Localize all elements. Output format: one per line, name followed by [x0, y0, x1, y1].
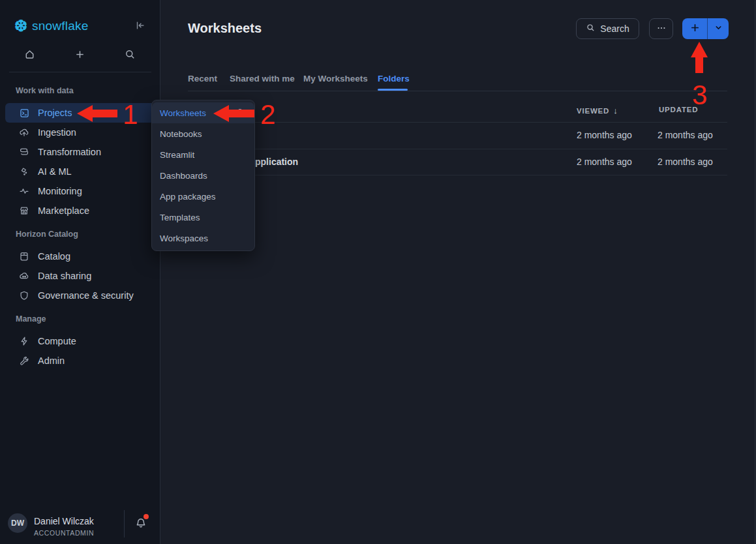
row-divider	[188, 149, 727, 149]
create-new-button[interactable]	[72, 48, 87, 63]
data-sharing-icon	[18, 270, 30, 282]
marketplace-icon	[18, 205, 30, 217]
sidebar-item-marketplace[interactable]: Marketplace	[5, 201, 155, 220]
user-role: ACCOUNTADMIN	[34, 529, 94, 537]
collapse-sidebar-icon	[134, 20, 146, 34]
snowflake-logo-text: snowflake	[32, 19, 88, 33]
sidebar-item-compute[interactable]: Compute	[5, 331, 155, 351]
menu-item-workspaces[interactable]: Workspaces	[152, 228, 254, 249]
tab-shared-with-me[interactable]: Shared with me	[230, 74, 295, 83]
notifications-button[interactable]	[134, 517, 149, 531]
search-icon	[586, 23, 596, 35]
page-title: Worksheets	[188, 21, 262, 36]
updated-cell: 2 months ago	[658, 130, 713, 140]
sidebar-item-label: Marketplace	[38, 205, 89, 216]
sidebar-item-catalog[interactable]: Catalog	[5, 247, 155, 266]
more-actions-button[interactable]	[649, 18, 673, 39]
annotation-arrow-3	[691, 42, 708, 73]
column-header-updated[interactable]: UPDATED	[659, 106, 698, 113]
sidebar-item-label: Data sharing	[38, 271, 91, 281]
sidebar-item-label: Projects	[38, 108, 72, 118]
sidebar: ❆ snowflake	[0, 0, 160, 544]
ellipsis-icon	[656, 23, 667, 35]
annotation-step-2: 2	[260, 99, 275, 130]
snowflake-logo-icon: ❆	[14, 18, 27, 34]
search-button-label: Search	[600, 23, 629, 34]
menu-item-label: Dashboards	[160, 171, 207, 181]
sidebar-item-label: AI & ML	[38, 166, 72, 177]
tab-recent[interactable]: Recent	[188, 74, 217, 83]
sidebar-item-transformation[interactable]: Transformation	[5, 142, 155, 162]
sidebar-item-ai-ml[interactable]: AI & ML	[5, 162, 155, 181]
user-divider	[124, 510, 125, 537]
folder-name: pplication	[255, 157, 298, 167]
sidebar-item-label: Transformation	[38, 147, 101, 157]
ai-ml-icon	[18, 166, 30, 177]
sidebar-search-button[interactable]	[122, 48, 138, 63]
menu-item-app-packages[interactable]: App packages	[152, 186, 254, 207]
bell-icon	[134, 521, 147, 532]
menu-item-label: Workspaces	[160, 234, 208, 243]
user-name: Daniel Wilczak	[34, 516, 94, 526]
menu-item-templates[interactable]: Templates	[152, 207, 254, 228]
sidebar-item-label: Catalog	[38, 251, 70, 262]
menu-item-worksheets[interactable]: Worksheets	[152, 102, 254, 123]
menu-item-label: App packages	[160, 192, 216, 202]
menu-item-notebooks[interactable]: Notebooks	[152, 123, 254, 144]
sidebar-item-ingestion[interactable]: Ingestion	[5, 123, 155, 142]
menu-item-label: Streamlit	[160, 150, 194, 160]
menu-item-dashboards[interactable]: Dashboards	[152, 165, 254, 186]
sidebar-item-admin[interactable]: Admin	[5, 351, 155, 370]
sidebar-item-label: Monitoring	[38, 186, 82, 196]
menu-item-streamlit[interactable]: Streamlit	[152, 144, 254, 165]
sidebar-collapse-button[interactable]	[133, 20, 147, 34]
menu-item-label: Notebooks	[160, 129, 202, 139]
tab-my-worksheets[interactable]: My Worksheets	[303, 74, 368, 83]
sidebar-item-label: Compute	[38, 336, 76, 346]
wrench-icon	[18, 355, 30, 367]
sidebar-item-label: Ingestion	[38, 127, 76, 138]
catalog-icon	[18, 250, 30, 262]
sidebar-item-projects[interactable]: Projects	[5, 103, 155, 123]
new-worksheet-split-button[interactable]	[682, 18, 729, 39]
snowsight-app: ❆ snowflake	[0, 0, 756, 544]
sidebar-item-label: Admin	[38, 355, 65, 366]
plus-icon	[74, 48, 86, 63]
home-icon	[23, 48, 36, 63]
viewed-cell: 2 months ago	[577, 157, 632, 167]
search-button[interactable]: Search	[576, 18, 639, 39]
viewed-cell: 2 months ago	[577, 130, 632, 140]
viewport-right-edge	[755, 0, 755, 544]
sidebar-item-data-sharing[interactable]: Data sharing	[5, 266, 155, 286]
new-worksheet-dropdown-button[interactable]	[708, 18, 729, 39]
sidebar-item-monitoring[interactable]: Monitoring	[5, 181, 155, 201]
projects-flyout-menu: Worksheets Notebooks Streamlit Dashboard…	[151, 100, 255, 251]
chevron-down-icon	[714, 23, 723, 35]
new-worksheet-button[interactable]	[682, 18, 707, 39]
updated-cell: 2 months ago	[658, 157, 713, 167]
section-manage: Manage	[16, 314, 46, 324]
notification-dot	[144, 514, 149, 519]
user-profile-row[interactable]: DW Daniel Wilczak ACCOUNTADMIN	[0, 502, 160, 544]
menu-item-label: Templates	[160, 213, 200, 222]
pin-icon[interactable]	[235, 107, 245, 117]
shield-icon	[18, 290, 30, 301]
menu-item-label: Worksheets	[160, 108, 206, 118]
snowflake-logo[interactable]: ❆ snowflake	[14, 18, 88, 34]
lightning-icon	[18, 335, 30, 347]
column-header-viewed[interactable]: VIEWED↓	[577, 106, 618, 115]
row-divider	[188, 175, 727, 175]
section-horizon-catalog: Horizon Catalog	[16, 230, 78, 239]
section-work-with-data: Work with data	[16, 86, 74, 95]
search-icon	[124, 48, 136, 63]
tab-folders[interactable]: Folders	[378, 74, 410, 83]
sidebar-divider	[9, 72, 151, 72]
avatar[interactable]: DW	[8, 513, 27, 533]
home-button[interactable]	[22, 48, 37, 63]
plus-icon	[689, 22, 701, 36]
monitoring-icon	[18, 185, 30, 197]
sidebar-item-governance-security[interactable]: Governance & security	[5, 286, 155, 305]
tabs-divider	[188, 91, 727, 91]
sidebar-item-label: Governance & security	[38, 290, 134, 301]
transformation-icon	[18, 146, 30, 158]
